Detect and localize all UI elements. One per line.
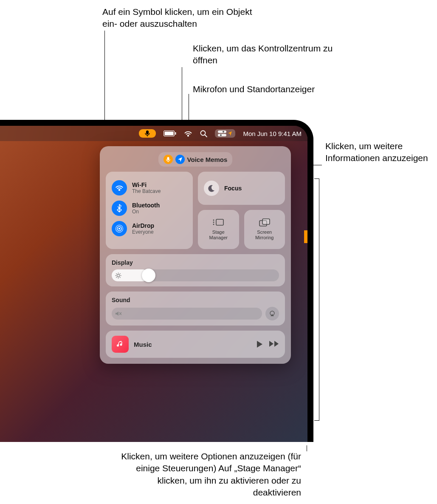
control-center-panel: Voice Memos Wi-Fi The Batcave — [100, 146, 291, 364]
wifi-icon — [112, 180, 127, 195]
screen-mirroring-label: Screen Mirroring — [255, 229, 273, 240]
screen-mirroring-tile[interactable]: Screen Mirroring — [244, 210, 285, 249]
airdrop-icon — [112, 221, 127, 236]
music-app-icon — [112, 336, 129, 353]
svg-line-27 — [116, 277, 117, 277]
bluetooth-toggle[interactable]: Bluetooth On — [112, 198, 187, 218]
callout-open-cc: Klicken, um das Kontrollzentrum zu öffne… — [193, 42, 341, 67]
bluetooth-title: Bluetooth — [132, 202, 160, 209]
battery-icon — [164, 130, 176, 136]
menubar-control-center[interactable] — [215, 129, 235, 138]
forward-button[interactable] — [269, 340, 279, 348]
menubar-spotlight[interactable] — [200, 130, 207, 137]
location-indicator-icon — [228, 131, 232, 136]
speaker-mute-icon — [115, 311, 122, 317]
moon-icon — [204, 181, 219, 196]
svg-rect-6 — [218, 130, 226, 133]
play-button[interactable] — [256, 340, 263, 348]
sound-airplay-button[interactable] — [265, 307, 279, 320]
airdrop-subtitle: Everyone — [132, 229, 154, 235]
svg-line-28 — [120, 273, 120, 274]
menubar-mic-indicator[interactable] — [139, 129, 156, 138]
search-icon — [200, 130, 207, 137]
brightness-icon — [115, 272, 121, 279]
sound-label: Sound — [112, 297, 279, 303]
now-playing-tile[interactable]: Music — [106, 331, 285, 358]
privacy-app-label: Voice Memos — [187, 156, 228, 163]
airplay-icon — [269, 311, 276, 317]
airdrop-toggle[interactable]: AirDrop Everyone — [112, 218, 187, 239]
svg-point-11 — [118, 228, 120, 229]
svg-line-25 — [116, 273, 117, 274]
focus-tile[interactable]: Focus — [198, 172, 285, 205]
stage-manager-icon — [212, 218, 224, 228]
wifi-subtitle: The Batcave — [132, 188, 161, 194]
bluetooth-subtitle: On — [132, 209, 160, 215]
menubar-wifi[interactable] — [184, 130, 192, 137]
svg-line-5 — [205, 135, 207, 137]
airdrop-title: AirDrop — [132, 222, 154, 229]
svg-point-17 — [213, 224, 214, 225]
privacy-indicator-row[interactable]: Voice Memos — [158, 152, 233, 167]
stage-manager-tile[interactable]: Stage Manager — [198, 210, 239, 249]
callout-toggle: Auf ein Symbol klicken, um ein Objekt ei… — [102, 6, 268, 30]
wifi-title: Wi-Fi — [132, 181, 161, 188]
svg-line-26 — [120, 277, 120, 277]
now-playing-label: Music — [134, 341, 251, 348]
menubar-datetime[interactable]: Mon Jun 10 9:41 AM — [243, 130, 302, 137]
callout-more-info: Klicken, um weitere Informationen anzuze… — [325, 140, 436, 164]
menubar: Mon Jun 10 9:41 AM — [0, 126, 307, 141]
sound-tile: Sound — [106, 292, 285, 326]
focus-label: Focus — [224, 185, 242, 192]
svg-rect-3 — [175, 132, 176, 135]
svg-point-20 — [117, 274, 120, 277]
menubar-battery[interactable] — [164, 130, 176, 136]
svg-rect-19 — [262, 219, 270, 224]
connectivity-tile: Wi-Fi The Batcave Bluetooth On — [106, 172, 193, 249]
control-center-icon — [218, 130, 226, 136]
svg-point-16 — [213, 222, 214, 223]
svg-rect-14 — [216, 219, 223, 225]
display-tile: Display — [106, 254, 285, 286]
svg-point-9 — [220, 134, 222, 136]
sound-slider[interactable] — [112, 308, 262, 320]
svg-point-7 — [223, 131, 224, 133]
callout-mic-loc: Mikrofon und Standortanzeiger — [193, 83, 346, 95]
device-frame: Mon Jun 10 9:41 AM Voice Memos Wi-Fi — [0, 120, 313, 442]
svg-rect-10 — [167, 157, 169, 160]
bracket-panel — [314, 178, 319, 421]
wifi-toggle[interactable]: Wi-Fi The Batcave — [112, 178, 187, 198]
display-label: Display — [112, 259, 279, 266]
play-icon — [256, 340, 263, 348]
stage-manager-label: Stage Manager — [209, 229, 228, 240]
microphone-icon — [145, 130, 150, 137]
leader-options-v — [307, 445, 307, 451]
svg-point-15 — [213, 220, 214, 221]
callout-more-options: Klicken, um weitere Optionen anzuzeigen … — [114, 450, 301, 498]
leader-open-cc — [182, 67, 182, 127]
window-edge-indicator — [304, 230, 307, 243]
screen-mirroring-icon — [259, 218, 271, 228]
microphone-indicator-icon — [164, 155, 173, 164]
svg-rect-0 — [146, 130, 149, 134]
location-indicator-icon — [175, 155, 185, 164]
display-slider[interactable] — [112, 269, 279, 281]
wifi-icon — [184, 130, 192, 137]
fast-forward-icon — [269, 340, 279, 347]
bluetooth-icon — [112, 201, 127, 216]
svg-rect-2 — [165, 132, 174, 136]
svg-rect-8 — [218, 134, 226, 136]
